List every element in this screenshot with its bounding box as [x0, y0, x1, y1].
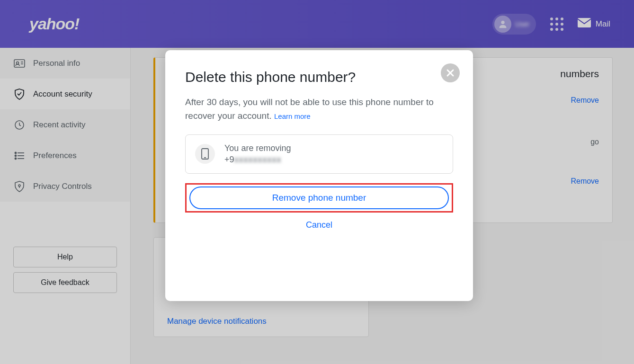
highlight-annotation: Remove phone number [185, 183, 453, 213]
delete-phone-modal: Delete this phone number? After 30 days,… [165, 50, 473, 301]
learn-more-link[interactable]: Learn more [274, 112, 311, 120]
modal-title: Delete this phone number? [185, 69, 453, 85]
phone-info-box: You are removing +9xxxxxxxxxx [185, 134, 453, 174]
close-icon[interactable] [441, 63, 460, 82]
modal-description: After 30 days, you will not be able to u… [185, 96, 453, 123]
phone-icon [195, 144, 215, 164]
removing-label: You are removing [224, 142, 291, 154]
remove-phone-button[interactable]: Remove phone number [189, 186, 449, 209]
phone-number-value: +9xxxxxxxxxx [224, 154, 291, 165]
cancel-link[interactable]: Cancel [185, 220, 453, 230]
